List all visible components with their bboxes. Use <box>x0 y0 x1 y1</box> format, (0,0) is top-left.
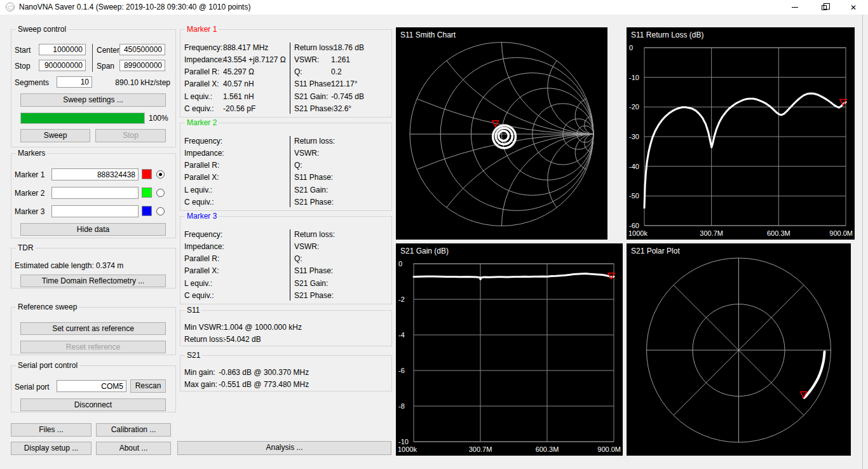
panel-divider <box>290 229 290 301</box>
span-input[interactable] <box>119 60 165 71</box>
display-setup-button[interactable]: Display setup ... <box>11 442 92 455</box>
return-loss-value: -54.042 dB <box>224 335 261 344</box>
set-reference-button[interactable]: Set current as reference <box>20 322 166 335</box>
center-label: Center <box>97 46 119 55</box>
min-vswr-value: 1.004 @ 1000.000 kHz <box>224 323 302 332</box>
min-gain-label: Min gain: <box>184 368 215 377</box>
stop-button[interactable]: Stop <box>95 129 166 142</box>
step-size-label: 890.10 kHz/step <box>115 78 170 87</box>
serial-port-input[interactable] <box>57 380 126 392</box>
panel-title: Marker 2 <box>185 118 219 127</box>
close-icon: ✕ <box>850 4 857 11</box>
field-value: -18.76 dB <box>331 43 364 52</box>
serial-port-group: Serial port control Serial port Rescan D… <box>11 365 176 412</box>
files-button[interactable]: Files ... <box>11 423 92 437</box>
field-value: 45.297 Ω <box>223 67 254 76</box>
sweep-button[interactable]: Sweep <box>20 129 90 142</box>
group-title: Markers <box>16 149 47 158</box>
polar-canvas[interactable] <box>627 243 851 456</box>
marker1-frequency-input[interactable] <box>51 168 139 180</box>
sweep-settings-button[interactable]: Sweep settings ... <box>20 93 166 107</box>
field-label: Parallel R: <box>184 254 219 263</box>
field-label: Impedance: <box>184 149 224 158</box>
stop-input[interactable] <box>39 60 86 71</box>
field-value: 1.261 <box>331 55 350 64</box>
minimize-icon <box>792 7 798 8</box>
marker3-details-panel: Marker 3 Frequency:Return loss: Impedanc… <box>180 216 392 304</box>
max-gain-label: Max gain: <box>184 380 217 389</box>
field-label: S21 Gain: <box>294 186 328 194</box>
s21-polar-plot[interactable]: S21 Polar Plot <box>627 243 851 456</box>
marker2-color-swatch[interactable] <box>142 187 152 198</box>
s11-info-panel: S11 Min VSWR: 1.004 @ 1000.000 kHz Retur… <box>180 310 392 346</box>
marker1-active-radio[interactable] <box>156 170 165 179</box>
panel-title: S11 <box>185 306 201 315</box>
panel-title: S21 <box>185 351 202 360</box>
sweep-progress-bar <box>20 112 145 124</box>
stop-label: Stop <box>15 62 31 71</box>
tdr-button[interactable]: Time Domain Reflectometry ... <box>20 275 166 287</box>
group-title: Sweep control <box>16 25 68 34</box>
center-input[interactable] <box>119 44 165 55</box>
svg-text:-60: -60 <box>629 222 639 229</box>
cable-length-value: 0.374 m <box>96 261 123 270</box>
svg-text:-2: -2 <box>398 296 405 303</box>
svg-text:1000k: 1000k <box>398 445 417 453</box>
marker3-active-radio[interactable] <box>156 207 165 215</box>
marker2-frequency-input[interactable] <box>51 187 139 199</box>
max-gain-value: -0.551 dB @ 773.480 MHz <box>219 380 309 389</box>
chart-title: S21 Polar Plot <box>631 247 680 255</box>
smith-chart-canvas[interactable] <box>396 27 607 240</box>
column-separator <box>92 44 93 72</box>
svg-text:-8: -8 <box>398 402 405 410</box>
svg-text:900.0M: 900.0M <box>597 445 621 453</box>
restore-icon <box>822 5 827 10</box>
hide-data-button[interactable]: Hide data <box>20 223 166 236</box>
disconnect-button[interactable]: Disconnect <box>20 398 166 411</box>
close-button[interactable]: ✕ <box>839 0 868 15</box>
field-label: Parallel R: <box>184 161 219 170</box>
segments-label: Segments <box>15 78 49 87</box>
return-loss-canvas[interactable]: 0-10-20-30-40-50-601000k300.7M600.3M900.… <box>627 27 855 240</box>
calibration-button[interactable]: Calibration ... <box>96 423 171 437</box>
field-label: VSWR: <box>294 242 319 251</box>
marker3-color-swatch[interactable] <box>142 206 152 216</box>
field-label: S21 Gain: <box>294 92 328 101</box>
field-label: Impedance: <box>184 242 224 251</box>
return-loss-label: Return loss: <box>184 335 225 344</box>
restore-button[interactable] <box>810 0 839 15</box>
s11-return-loss-chart[interactable]: S11 Return Loss (dB) 0-10-20-30-40-50-60… <box>627 27 855 240</box>
field-label: S21 Gain: <box>294 279 328 288</box>
field-label: VSWR: <box>294 55 319 64</box>
svg-text:0: 0 <box>398 260 402 268</box>
field-value: 1.561 nH <box>223 92 254 101</box>
group-title: Serial port control <box>16 361 79 370</box>
about-button[interactable]: About ... <box>96 442 171 455</box>
marker2-label: Marker 2 <box>15 189 44 198</box>
svg-text:-40: -40 <box>629 163 639 170</box>
group-title: Reference sweep <box>16 302 79 311</box>
s21-gain-chart[interactable]: S21 Gain (dB) 0-2-4-6-8-101000k300.7M600… <box>396 243 623 456</box>
svg-text:-20: -20 <box>629 103 639 111</box>
svg-text:1000k: 1000k <box>628 229 648 237</box>
field-label: Return loss: <box>294 43 335 52</box>
rescan-button[interactable]: Rescan <box>130 379 166 393</box>
s11-smith-chart[interactable]: S11 Smith Chart <box>396 27 607 240</box>
segments-input[interactable] <box>57 76 92 88</box>
marker2-active-radio[interactable] <box>156 189 165 197</box>
start-input[interactable] <box>39 44 86 55</box>
minimize-button[interactable] <box>780 0 810 15</box>
field-value: 43.554 +j8.7127 Ω <box>223 55 286 64</box>
field-value: -0.745 dB <box>331 92 364 101</box>
svg-text:-4: -4 <box>398 331 405 339</box>
gain-canvas[interactable]: 0-2-4-6-8-101000k300.7M600.3M900.0M <box>396 243 623 456</box>
field-label: S21 Phase: <box>294 104 334 113</box>
marker3-frequency-input[interactable] <box>51 205 139 217</box>
panel-title: Marker 1 <box>185 25 219 34</box>
marker1-color-swatch[interactable] <box>142 169 152 179</box>
analysis-button[interactable]: Analysis ... <box>177 441 391 455</box>
svg-text:0: 0 <box>629 44 633 51</box>
reset-reference-button[interactable]: Reset reference <box>20 341 166 353</box>
svg-text:-50: -50 <box>629 192 639 200</box>
svg-text:600.3M: 600.3M <box>767 229 790 237</box>
